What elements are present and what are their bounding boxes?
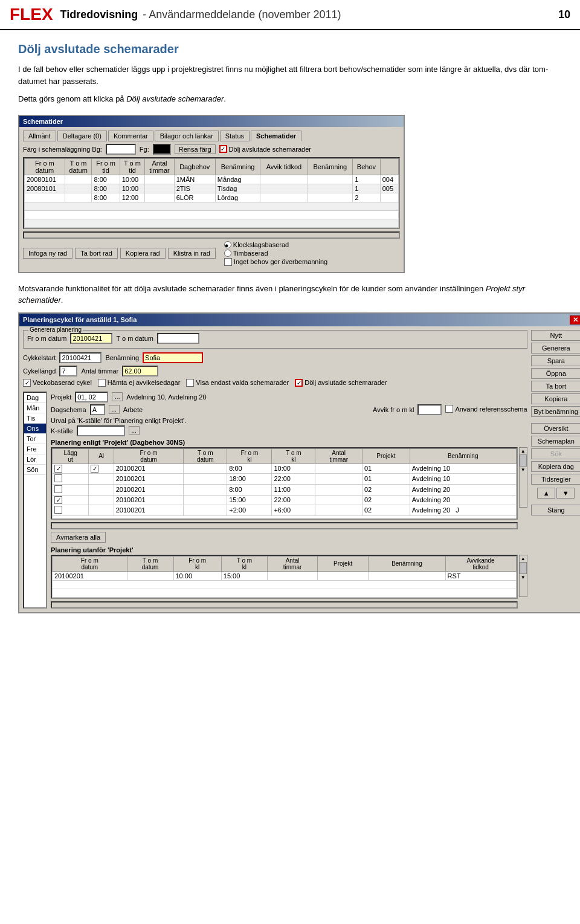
plan-side-buttons: Nytt Generera Spara Öppna Ta bort Kopier… [531,330,580,609]
veckobas-checkbox[interactable]: ✓ [23,379,31,387]
filter-bg-input[interactable] [106,144,136,155]
table-row: 20100201 8:00 11:00 02 Avdelning 20 [53,484,517,495]
schemaplan-btn[interactable]: Schemaplan [531,436,580,447]
projekt-label: Projekt [51,393,71,401]
cell-beh: 2 [353,193,381,202]
generera-btn[interactable]: Generera [531,343,580,354]
ben-input[interactable] [143,352,203,363]
day-ons[interactable]: Ons [24,424,46,434]
visa-checkbox[interactable] [186,379,194,387]
tab-status[interactable]: Status [220,131,250,141]
dolj-checkbox[interactable]: ✓ [219,145,227,153]
spara-btn[interactable]: Spara [531,355,580,366]
col-frkl: Fr o mkl [227,448,272,464]
col-avvik: Avvik tidkod [260,158,308,175]
row-cb[interactable]: ✓ [54,496,62,504]
antal-timmar-input[interactable] [122,366,158,376]
kopiera-rad-btn[interactable]: Kopiera rad [120,248,166,259]
cell-tom2 [127,571,173,580]
dolj2-label: Dölj avslutade schemarader [304,379,387,386]
cell-tokl: 22:00 [272,495,315,505]
row-cb[interactable] [54,485,62,493]
cell-frkl2: 10:00 [173,571,221,580]
cell-avv [260,175,308,184]
oppna-btn[interactable]: Öppna [531,368,580,379]
tab-deltagare[interactable]: Deltagare (0) [57,131,107,141]
row-al-cb[interactable]: ✓ [91,465,98,473]
scroll-thumb2[interactable] [520,562,527,574]
hamta-checkbox[interactable] [98,379,106,387]
row-cb[interactable] [54,506,62,514]
nytt-btn[interactable]: Nytt [531,330,580,341]
dolj2-checkbox[interactable]: ✓ [295,379,303,387]
rensa-farg-btn[interactable]: Rensa färg [175,144,216,154]
kstalle-input[interactable] [77,425,125,436]
radio-timbaserad-btn[interactable] [224,250,231,257]
oversikt-btn[interactable]: Översikt [531,423,580,434]
radio-klockslagsbaserad[interactable]: ● Klockslagsbaserad [224,241,327,248]
avmarkera-alla-btn[interactable]: Avmarkera alla [51,532,106,543]
day-fre[interactable]: Fre [24,444,46,454]
infoga-ny-rad-btn[interactable]: Infoga ny rad [23,248,72,259]
day-tor[interactable]: Tor [24,434,46,444]
day-son[interactable]: Sön [24,465,46,475]
plan-window-title: Planeringscykel för anställd 1, Sofia ✕ [19,314,580,326]
inget-behov-checkbox[interactable] [224,258,232,266]
byt-ben-btn[interactable]: Byt benämning [531,406,580,417]
radio-klockslagsbaserad-btn[interactable]: ● [224,241,231,248]
plan-proj-vscrollbar[interactable]: ▲ ▼ [519,447,527,508]
plan-close-btn[interactable]: ✕ [570,315,580,325]
scroll-down-arrow2[interactable]: ▼ [520,574,526,581]
sok-btn[interactable]: Sök [531,448,580,459]
day-tis[interactable]: Tis [24,413,46,424]
kstalle-ellipsis-btn[interactable]: ... [129,426,140,435]
scroll-up-arrow[interactable]: ▲ [520,448,526,454]
day-lor[interactable]: Lör [24,454,46,465]
kopiera-btn[interactable]: Kopiera [531,393,580,404]
arrow-up-btn[interactable]: ▲ [537,488,555,499]
tab-kommentar[interactable]: Kommentar [108,131,153,141]
row-cb[interactable]: ✓ [54,465,62,473]
col-ben2: Benämning [308,158,353,175]
arrow-down-btn[interactable]: ▼ [556,488,575,499]
tidsregler-btn[interactable]: Tidsregler [531,474,580,485]
dagschema-ellipsis-btn[interactable]: ... [109,405,120,414]
stang-btn[interactable]: Stäng [531,505,580,515]
scroll-down-arrow[interactable]: ▼ [520,467,526,473]
filter-fg-input[interactable] [153,144,171,155]
projekt-ellipsis-btn[interactable]: ... [112,392,123,401]
plan-proj-hscrollbar[interactable] [51,522,518,529]
klistra-in-rad-btn[interactable]: Klistra in rad [168,248,216,259]
cell-ben1: Tisdag [215,184,260,193]
from-datum-input[interactable] [70,333,112,344]
table-row: 20080101 8:00 10:00 2TIS Tisdag 1 005 [25,184,399,193]
plan-utanfor-vscrollbar[interactable]: ▲ ▼ [519,555,527,597]
kopiera-dag-btn[interactable]: Kopiera dag [531,461,580,472]
tab-allmont[interactable]: Allmänt [23,131,56,141]
radio-timbaserad[interactable]: Timbaserad [224,250,327,257]
inget-behov-label: Inget behov ger överbemanning [234,258,327,265]
ta-bort-rad-btn[interactable]: Ta bort rad [75,248,118,259]
cyckelstart-input[interactable] [59,352,102,363]
projekt-input[interactable] [75,392,108,402]
cell-proj2 [318,571,369,580]
dagschema-input[interactable] [90,404,105,415]
cell-al [89,505,114,515]
avvik-input[interactable] [417,404,442,415]
day-dag[interactable]: Dag [24,393,46,403]
col-antal: Antaltimmar [145,158,174,175]
cell-ben: Avdelning 10 [410,473,516,484]
tom-datum-input[interactable] [157,333,199,344]
tab-bilagor[interactable]: Bilagor och länkar [155,131,219,141]
day-man[interactable]: Mån [24,403,46,413]
table-row-empty [53,515,517,520]
horizontal-scrollbar[interactable] [23,231,400,239]
scroll-up-arrow2[interactable]: ▲ [520,555,526,562]
ta-bort-btn[interactable]: Ta bort [531,381,580,392]
plan-utanfor-hscrollbar[interactable] [51,601,518,609]
scroll-thumb[interactable] [520,454,527,467]
ref-checkbox[interactable] [445,405,453,413]
row-cb[interactable] [54,474,62,482]
tab-schematider[interactable]: Schematider [251,131,301,141]
cykellangd-input[interactable] [59,366,77,376]
